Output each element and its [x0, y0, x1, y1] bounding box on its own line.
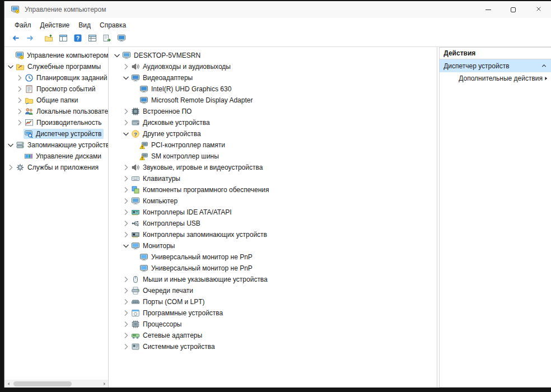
- horizontal-scrollbar[interactable]: [4, 380, 108, 388]
- tree-item-label: Процессоры: [143, 320, 182, 328]
- menu-item-help[interactable]: Справка: [95, 20, 130, 31]
- chevron-down-icon[interactable]: [122, 242, 130, 250]
- device-tree-item[interactable]: Мониторы: [111, 240, 437, 251]
- device-tree-item[interactable]: Дисковые устройства: [111, 117, 437, 128]
- back-button[interactable]: [9, 33, 22, 46]
- action-item[interactable]: Дополнительные действия: [440, 72, 551, 85]
- action-item-label: Дополнительные действия: [459, 74, 543, 82]
- device-tree-item[interactable]: Компоненты программного обеспечения: [111, 184, 437, 195]
- action-pane-button[interactable]: [100, 33, 113, 46]
- chevron-right-icon[interactable]: [122, 220, 130, 228]
- device-tree-item[interactable]: Видеоадаптеры: [111, 72, 437, 83]
- device-tree-item[interactable]: Программные устройства: [111, 307, 437, 319]
- device-tree-item[interactable]: Универсальный монитор не PnP: [111, 251, 437, 263]
- chevron-right-icon[interactable]: [122, 320, 130, 329]
- device-tree-item[interactable]: ?Другие устройства: [111, 128, 437, 139]
- device-tree-item[interactable]: Процессоры: [111, 319, 437, 330]
- minimize-button[interactable]: [475, 1, 501, 18]
- device-tree-item[interactable]: Аудиовходы и аудиовыходы: [111, 61, 437, 72]
- console-tree-item[interactable]: Запоминающие устройства: [4, 139, 108, 151]
- chevron-right-icon[interactable]: [122, 208, 130, 217]
- console-tree-item[interactable]: Управление компьютером: [4, 50, 108, 61]
- device-tree-item[interactable]: Мыши и иные указывающие устройства: [111, 274, 437, 285]
- device-tree-item[interactable]: Универсальный монитор не PnP: [111, 263, 437, 274]
- collapse-chevron-icon[interactable]: [540, 62, 548, 70]
- titlebar[interactable]: Управление компьютером: [4, 1, 551, 18]
- chevron-right-icon[interactable]: [122, 298, 130, 306]
- chevron-right-icon[interactable]: [122, 108, 130, 116]
- console-tree-item[interactable]: Просмотр событий: [4, 83, 108, 95]
- console-tree-item[interactable]: Общие папки: [4, 95, 108, 106]
- properties-button[interactable]: [57, 33, 69, 46]
- device-tree-item[interactable]: Клавиатуры: [111, 173, 437, 184]
- device-tree-item[interactable]: DESKTOP-5VMESRN: [111, 50, 437, 61]
- maximize-button[interactable]: [501, 1, 526, 18]
- device-tree-item[interactable]: Контроллеры IDE ATA/ATAPI: [111, 207, 437, 218]
- device-tree-item[interactable]: Порты (COM и LPT): [111, 296, 437, 307]
- console-tree-item[interactable]: Локальные пользователи и группы: [4, 106, 108, 117]
- remote-screen-button[interactable]: [115, 33, 128, 46]
- chevron-right-icon[interactable]: [122, 287, 130, 295]
- forward-button[interactable]: [24, 33, 36, 46]
- chevron-right-icon[interactable]: [15, 74, 24, 82]
- device-tree-item[interactable]: Сетевые адаптеры: [111, 330, 437, 341]
- chevron-right-icon[interactable]: [122, 231, 130, 239]
- tree-row-body: ?Другие устройства: [130, 129, 203, 139]
- device-tree-item[interactable]: Контроллеры USB: [111, 218, 437, 229]
- chevron-down-icon[interactable]: [113, 52, 122, 60]
- chevron-right-icon[interactable]: [122, 164, 130, 172]
- chevron-right-icon[interactable]: [15, 96, 24, 105]
- chevron-right-icon[interactable]: [122, 276, 130, 284]
- chevron-down-icon[interactable]: [122, 74, 130, 82]
- menu-item-view[interactable]: Вид: [74, 20, 95, 31]
- scroll-right-icon[interactable]: [100, 380, 108, 388]
- chevron-right-icon[interactable]: [122, 175, 130, 183]
- console-tree-item[interactable]: Диспетчер устройств: [4, 128, 108, 139]
- device-tree-item[interactable]: Контроллеры запоминающих устройств: [111, 229, 437, 240]
- chevron-right-icon[interactable]: [122, 309, 130, 318]
- console-tree-item[interactable]: Служебные программы: [4, 61, 108, 72]
- chevron-right-icon[interactable]: [15, 108, 24, 116]
- tree-item-label: Другие устройства: [143, 130, 201, 138]
- device-tree-item[interactable]: SM контроллер шины: [111, 151, 437, 162]
- help-button[interactable]: ?: [71, 33, 84, 46]
- device-tree-item[interactable]: Очереди печати: [111, 285, 437, 296]
- chevron-right-icon[interactable]: [6, 164, 15, 172]
- device-tree-item[interactable]: PCI-контроллер памяти: [111, 139, 437, 151]
- device-tree-item[interactable]: Microsoft Remote Display Adapter: [111, 95, 437, 106]
- console-tree-item[interactable]: Производительность: [4, 117, 108, 128]
- chevron-right-icon[interactable]: [15, 119, 24, 127]
- tree-item-label: Управление компьютером: [27, 52, 108, 59]
- arrow-forward-icon: [26, 34, 35, 45]
- chevron-down-icon[interactable]: [122, 130, 130, 138]
- ports-icon: [131, 297, 140, 306]
- menu-item-action[interactable]: Действие: [36, 20, 74, 31]
- chevron-down-icon[interactable]: [6, 141, 15, 150]
- device-tree-item[interactable]: Звуковые, игровые и видеоустройства: [111, 162, 437, 173]
- tree-row-body: Intel(R) UHD Graphics 630: [139, 84, 234, 94]
- console-tree-item[interactable]: Планировщик заданий: [4, 72, 108, 83]
- chevron-right-icon[interactable]: [15, 85, 24, 94]
- show-console-tree-button[interactable]: [42, 33, 55, 46]
- actions-section-header[interactable]: Диспетчер устройств: [440, 59, 551, 72]
- chevron-right-icon[interactable]: [122, 119, 130, 127]
- device-tree-item[interactable]: Intel(R) UHD Graphics 630: [111, 83, 437, 95]
- chevron-right-icon[interactable]: [122, 332, 130, 340]
- device-tree-item[interactable]: Системные устройства: [111, 341, 437, 352]
- console-tree-item[interactable]: Службы и приложения: [4, 162, 108, 173]
- chevron-right-icon[interactable]: [122, 63, 130, 71]
- tree-item-label: DESKTOP-5VMESRN: [134, 52, 200, 59]
- chevron-right-icon[interactable]: [122, 197, 130, 206]
- device-tree-item[interactable]: Встроенное ПО: [111, 106, 437, 117]
- export-list-button[interactable]: [86, 33, 99, 46]
- chevron-right-icon[interactable]: [122, 343, 130, 351]
- close-button[interactable]: [526, 1, 551, 18]
- menu-item-file[interactable]: Файл: [10, 20, 36, 31]
- console-tree-item[interactable]: Управление дисками: [4, 151, 108, 162]
- scroll-left-icon[interactable]: [4, 380, 12, 388]
- tree-item-label: Программные устройства: [143, 309, 223, 317]
- chevron-right-icon[interactable]: [122, 186, 130, 194]
- device-tree-item[interactable]: Компьютер: [111, 195, 437, 207]
- chevron-down-icon[interactable]: [6, 63, 15, 71]
- scroll-thumb[interactable]: [13, 381, 72, 386]
